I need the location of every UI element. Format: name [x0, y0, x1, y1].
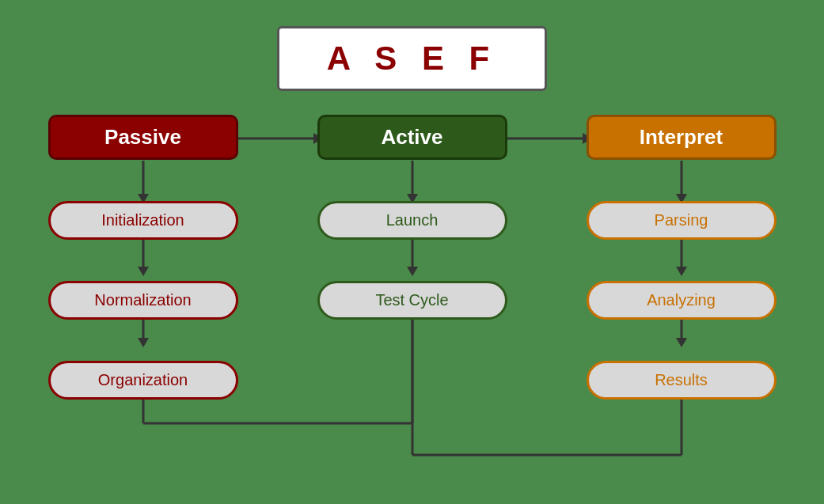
passive-item-1: Initialization	[48, 201, 238, 240]
active-header: Active	[317, 115, 507, 160]
active-column: Active Launch Test Cycle	[317, 115, 507, 320]
active-item-1-box: Launch	[317, 201, 507, 240]
passive-item-2: Normalization	[48, 281, 238, 320]
diagram: A S E F	[25, 26, 800, 479]
interpret-item-1: Parsing	[587, 201, 777, 240]
passive-column: Passive Initialization Normalization Org…	[48, 115, 238, 400]
title-text: A S E F	[327, 40, 497, 77]
passive-item-3: Organization	[48, 361, 238, 400]
passive-item-3-box: Organization	[48, 361, 238, 400]
interpret-header: Interpret	[587, 115, 777, 160]
title-box: A S E F	[277, 26, 547, 91]
interpret-item-1-box: Parsing	[587, 201, 777, 240]
active-item-1: Launch	[317, 201, 507, 240]
interpret-column: Interpret Parsing Analyzing Results	[587, 115, 777, 400]
interpret-item-2-box: Analyzing	[587, 281, 777, 320]
passive-header: Passive	[48, 115, 238, 160]
active-item-2: Test Cycle	[317, 281, 507, 320]
active-item-2-box: Test Cycle	[317, 281, 507, 320]
interpret-item-3-box: Results	[587, 361, 777, 400]
passive-item-2-box: Normalization	[48, 281, 238, 320]
interpret-item-2: Analyzing	[587, 281, 777, 320]
interpret-item-3: Results	[587, 361, 777, 400]
diagram-body: Passive Initialization Normalization Org…	[32, 115, 792, 479]
passive-item-1-box: Initialization	[48, 201, 238, 240]
